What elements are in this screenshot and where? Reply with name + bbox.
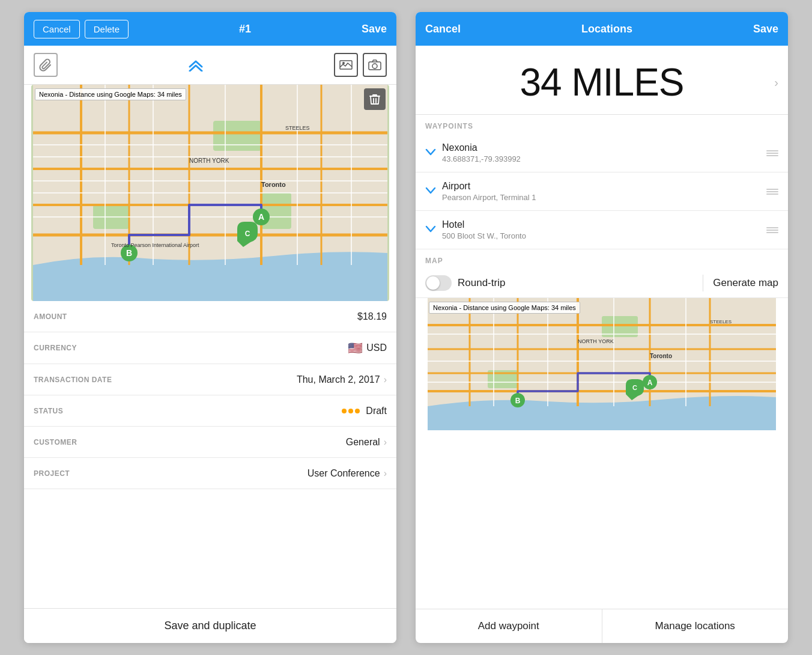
map-label-2: Nexonia - Distance using Google Maps: 34… [429,302,580,314]
expense-map-container: Nexonia - Distance using Google Maps: 34… [31,85,389,301]
add-waypoint-button[interactable]: Add waypoint [416,609,602,643]
miles-value: 34 MILES [520,60,683,105]
round-trip-toggle[interactable] [425,275,452,291]
transaction-date-chevron: › [384,374,387,385]
toolbar-right [334,53,387,77]
map-controls: Round-trip Generate map [416,269,788,298]
svg-text:B: B [126,248,132,258]
status-dots [342,409,360,413]
round-trip-label: Round-trip [458,277,505,289]
svg-point-1 [342,62,345,64]
svg-text:B: B [515,397,521,405]
screen-expense-entry: Cancel Delete #1 Save [24,12,396,643]
waypoint-coords-nexonia: 43.688371,-79.393992 [442,154,760,163]
svg-text:Toronto: Toronto [650,353,672,359]
transaction-date-field[interactable]: TRANSACTION DATE Thu, March 2, 2017 › [24,364,396,395]
project-field[interactable]: PROJECT User Conference › [24,458,396,489]
cancel-button[interactable]: Cancel [34,20,80,38]
controls-divider [703,275,703,291]
waypoint-info-hotel: Hotel 500 Bloot St W., Toronto [442,219,760,240]
svg-point-3 [372,64,377,69]
map-section-header: MAP [416,249,788,269]
waypoint-name-nexonia: Nexonia [442,142,760,153]
amount-field: AMOUNT $18.19 [24,301,396,332]
svg-text:A: A [258,212,264,222]
amount-label: AMOUNT [34,312,67,321]
currency-label: CURRENCY [34,344,77,352]
save-duplicate-button[interactable]: Save and duplicate [24,608,396,643]
header-expense: Cancel Delete #1 Save [24,12,396,46]
cancel-button-locations[interactable]: Cancel [425,23,461,35]
bottom-actions: Add waypoint Manage locations [416,609,788,643]
expense-map-image: B A C Toronto Pearson International Airp… [31,85,389,301]
landscape-icon[interactable] [334,53,358,77]
waypoint-name-airport: Airport [442,181,760,192]
screens-container: Cancel Delete #1 Save [0,0,812,655]
svg-text:A: A [647,379,653,387]
svg-text:Toronto: Toronto [261,181,286,188]
customer-field[interactable]: CUSTOMER General › [24,427,396,458]
svg-rect-5 [213,121,261,151]
drag-handle-1[interactable] [766,150,778,156]
screen-locations: Cancel Locations Save 34 MILES › WAYPOIN… [416,12,788,643]
svg-text:C: C [245,230,250,238]
status-dot-1 [342,409,347,413]
waypoint-info-airport: Airport Pearson Airport, Terminal 1 [442,181,760,202]
status-value: Draft [342,406,387,416]
currency-field: CURRENCY 🇺🇸 USD [24,332,396,364]
customer-label: CUSTOMER [34,438,77,446]
header-left-actions: Cancel Delete [34,20,129,38]
status-dot-2 [348,409,353,413]
waypoint-chevron-3[interactable] [425,224,436,236]
waypoint-subtitle-hotel: 500 Bloot St W., Toronto [442,231,760,240]
attach-icon[interactable] [34,53,58,77]
locations-map-container: Nexonia - Distance using Google Maps: 34… [425,298,778,430]
save-button-locations[interactable]: Save [753,23,778,35]
waypoint-name-hotel: Hotel [442,219,760,230]
transaction-date-value: Thu, March 2, 2017 › [297,374,387,385]
generate-map-button[interactable]: Generate map [713,277,778,289]
waypoint-row-hotel: Hotel 500 Bloot St W., Toronto [416,211,788,249]
waypoint-row-airport: Airport Pearson Airport, Terminal 1 [416,172,788,211]
map-delete-button[interactable] [364,88,386,110]
svg-text:NORTH YORK: NORTH YORK [578,338,614,344]
expense-number-title: #1 [239,23,251,35]
currency-value: 🇺🇸 USD [348,341,387,355]
status-field: STATUS Draft [24,395,396,427]
project-value: User Conference › [308,468,387,479]
manage-locations-button[interactable]: Manage locations [602,609,789,643]
waypoint-chevron-2[interactable] [425,186,436,198]
collapse-icon[interactable] [187,58,204,72]
toolbar-center [187,58,204,72]
drag-handle-2[interactable] [766,189,778,195]
customer-chevron: › [384,437,387,448]
toggle-knob [426,276,440,290]
miles-display: 34 MILES › [416,46,788,115]
waypoint-row-nexonia: Nexonia 43.688371,-79.393992 [416,134,788,172]
transaction-date-label: TRANSACTION DATE [34,376,112,384]
svg-text:Toronto Pearson International : Toronto Pearson International Airport [111,242,199,248]
miles-chevron: › [774,76,778,90]
flag-icon: 🇺🇸 [348,341,363,355]
save-button-expense[interactable]: Save [362,23,387,35]
expense-toolbar [24,46,396,85]
customer-value: General › [346,437,387,448]
svg-text:C: C [632,384,637,391]
amount-value: $18.19 [357,311,387,322]
drag-handle-3[interactable] [766,227,778,233]
camera-icon[interactable] [363,53,387,77]
waypoint-subtitle-airport: Pearson Airport, Terminal 1 [442,193,760,202]
status-label: STATUS [34,407,63,415]
delete-button[interactable]: Delete [85,20,129,38]
svg-text:STEELES: STEELES [285,125,310,131]
project-label: PROJECT [34,469,70,478]
toolbar-left [34,53,58,77]
waypoint-info-nexonia: Nexonia 43.688371,-79.393992 [442,142,760,163]
waypoints-section-header: WAYPOINTS [416,115,788,134]
project-chevron: › [384,468,387,479]
map-label-1: Nexonia - Distance using Google Maps: 34… [35,88,186,100]
locations-title: Locations [581,23,632,35]
svg-text:NORTH YORK: NORTH YORK [189,157,229,164]
header-locations: Cancel Locations Save [416,12,788,46]
waypoint-chevron-1[interactable] [425,147,436,159]
